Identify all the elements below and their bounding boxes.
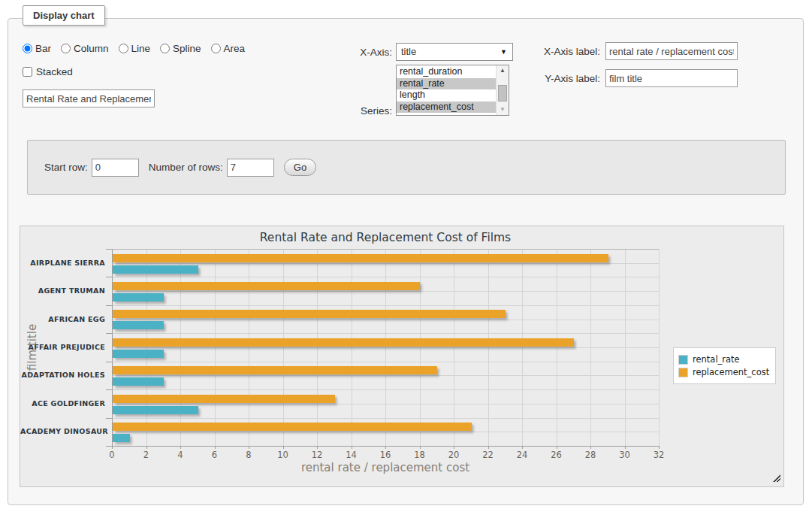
x-axis-label-input[interactable] <box>605 42 738 60</box>
resize-handle-icon[interactable] <box>773 474 780 482</box>
y-axis-label-field-label: Y-Axis label: <box>535 73 600 84</box>
x-axis-tick-label: 4 <box>169 450 192 460</box>
gridline-horizontal <box>112 333 659 334</box>
chart-type-label: Bar <box>35 43 51 54</box>
x-axis-select[interactable]: title ▼ <box>396 43 513 61</box>
y-axis-tick <box>106 333 112 334</box>
category-label: AGENT TRUMAN <box>20 286 105 295</box>
bar-replacement_cost <box>113 254 608 262</box>
chart-y-axis-title: film title <box>26 295 38 400</box>
gridline-horizontal <box>112 263 659 264</box>
legend-swatch <box>678 368 688 377</box>
y-axis-tick <box>106 446 112 447</box>
go-button[interactable]: Go <box>284 159 316 176</box>
legend-label: replacement_cost <box>693 367 769 377</box>
y-axis-tick <box>106 362 112 362</box>
x-axis-tick-label: 6 <box>204 450 226 460</box>
gridline-horizontal <box>112 320 659 320</box>
chart-type-radio-line[interactable] <box>119 44 128 53</box>
chart-type-radio-spline[interactable] <box>160 44 170 53</box>
x-axis-tick-label: 32 <box>647 450 670 460</box>
bar-replacement_cost <box>113 395 335 403</box>
bar-replacement_cost <box>113 282 420 290</box>
bar-replacement_cost <box>113 310 506 318</box>
bar-rental_rate <box>113 265 198 274</box>
gridline-horizontal <box>112 305 659 306</box>
chart-type-column[interactable]: Column <box>61 43 109 54</box>
y-axis-tick <box>106 389 112 390</box>
y-axis-line <box>112 249 113 446</box>
chart-title-input[interactable] <box>23 89 155 108</box>
x-axis-tick-label: 10 <box>272 450 294 460</box>
num-rows-input[interactable] <box>227 159 274 177</box>
chart-type-label: Area <box>224 43 246 54</box>
scroll-up-icon[interactable]: ▲ <box>497 65 509 76</box>
x-axis-tick-label: 0 <box>101 450 123 460</box>
chart-type-options: BarColumnLineSplineArea <box>23 43 245 54</box>
gridline-horizontal <box>112 347 659 348</box>
stacked-label: Stacked <box>36 66 73 77</box>
chart-type-label: Line <box>131 43 151 54</box>
series-label: Series: <box>346 105 392 117</box>
x-axis-tick-label: 20 <box>442 450 465 460</box>
chart-title: Rental Rate and Replacement Cost of Film… <box>112 231 659 244</box>
bar-rental_rate <box>113 434 130 442</box>
bar-rental_rate <box>113 377 164 386</box>
x-axis-tick-label: 26 <box>545 450 568 460</box>
series-option-rental_rate[interactable]: rental_rate <box>397 78 496 90</box>
gridline-horizontal <box>112 418 659 419</box>
bar-replacement_cost <box>113 338 574 347</box>
legend-item-rental_rate: rental_rate <box>678 354 769 365</box>
fieldset-legend: Display chart <box>23 5 105 26</box>
x-axis-line <box>112 446 659 447</box>
chart-legend: rental_ratereplacement_cost <box>673 347 776 384</box>
category-label: ACE GOLDFINGER <box>20 399 105 407</box>
chart-type-label: Column <box>74 43 109 54</box>
chart-type-radio-bar[interactable] <box>23 44 32 53</box>
x-axis-tick-label: 28 <box>579 450 602 460</box>
scroll-down-icon[interactable]: ▼ <box>497 105 509 115</box>
y-axis-tick <box>106 418 112 419</box>
gridline-vertical <box>659 249 660 446</box>
chart-type-radio-area[interactable] <box>211 44 221 53</box>
chart-type-bar[interactable]: Bar <box>23 43 51 54</box>
bar-rental_rate <box>113 321 164 329</box>
gridline-horizontal <box>112 432 659 432</box>
legend-swatch <box>678 355 688 365</box>
gridline-horizontal <box>112 375 659 376</box>
series-scrollbar[interactable]: ▲ ▼ <box>496 65 509 115</box>
series-option-replacement_cost[interactable]: replacement_cost <box>397 101 496 114</box>
bar-rental_rate <box>113 406 198 414</box>
y-axis-tick <box>106 277 112 277</box>
x-axis-tick-label: 14 <box>340 450 363 460</box>
select-arrow-icon: ▼ <box>500 44 507 61</box>
rows-panel: Start row: Number of rows: Go <box>27 140 786 195</box>
gridline-horizontal <box>112 389 659 390</box>
x-axis-tick-label: 22 <box>477 450 500 460</box>
series-listbox[interactable]: rental_durationrental_ratelengthreplacem… <box>396 65 509 116</box>
chart-type-spline[interactable]: Spline <box>160 43 201 54</box>
bar-rental_rate <box>113 350 164 358</box>
x-axis-tick-label: 12 <box>306 450 328 460</box>
start-row-label: Start row: <box>44 162 88 173</box>
chart-type-area[interactable]: Area <box>211 43 246 54</box>
start-row-input[interactable] <box>92 159 139 177</box>
series-option-rental_duration[interactable]: rental_duration <box>397 66 496 78</box>
x-axis-tick <box>659 446 660 449</box>
chart-type-line[interactable]: Line <box>119 43 151 54</box>
chart-type-radio-column[interactable] <box>61 44 71 53</box>
stacked-option[interactable]: Stacked <box>23 66 73 77</box>
bar-replacement_cost <box>113 423 472 431</box>
bar-replacement_cost <box>113 366 437 374</box>
y-axis-label-input[interactable] <box>605 69 738 87</box>
y-axis-tick <box>106 249 112 250</box>
series-option-length[interactable]: length <box>397 89 496 101</box>
x-axis-label: X-Axis: <box>346 47 392 58</box>
x-axis-tick-label: 30 <box>614 450 636 460</box>
chart-type-label: Spline <box>173 43 201 54</box>
gridline-horizontal <box>112 277 659 277</box>
gridline-horizontal <box>112 291 659 292</box>
scrollbar-thumb[interactable] <box>498 85 507 101</box>
x-axis-tick-label: 18 <box>409 450 431 460</box>
stacked-checkbox[interactable] <box>23 67 32 77</box>
